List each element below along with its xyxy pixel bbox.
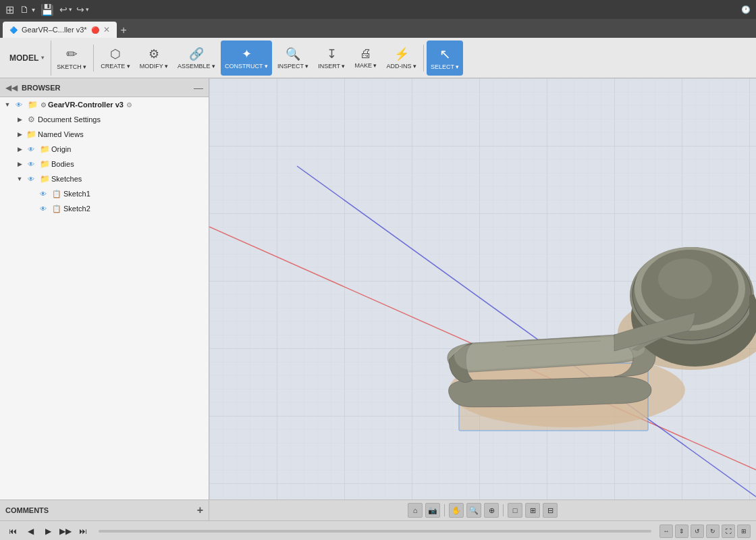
sketch-button[interactable]: ✏ SKETCH ▾ xyxy=(53,40,90,76)
ctrl-sep-1 xyxy=(444,504,445,516)
toolbar-icon-6[interactable]: ⊞ xyxy=(737,524,751,538)
viewport-controls: ⌂ 📷 ✋ 🔍 ⊕ □ ⊞ ⊟ xyxy=(209,500,756,520)
named-views-arrow: ▶ xyxy=(15,131,24,138)
create-label: CREATE ▾ xyxy=(101,63,130,70)
new-tab-button[interactable]: + xyxy=(117,24,131,36)
tree-named-views[interactable]: ▶ 📁 Named Views xyxy=(0,127,209,142)
sketch2-label: Sketch2 xyxy=(63,205,90,213)
create-button[interactable]: ⬡ CREATE ▾ xyxy=(97,40,134,76)
assemble-button[interactable]: 🔗 ASSEMBLE ▾ xyxy=(173,40,219,76)
undo-dropdown[interactable]: ▾ xyxy=(69,6,72,13)
undo-redo-controls: ↩ ▾ ↪ ▾ xyxy=(59,4,89,15)
sketches-arrow: ▼ xyxy=(15,176,24,182)
extra-controls: ↔ ⇕ ↺ ↻ ⛶ ⊞ xyxy=(659,524,751,538)
camera-button[interactable]: 📷 xyxy=(425,503,440,518)
grid-button[interactable]: ⊞ xyxy=(525,503,540,518)
create-icon: ⬡ xyxy=(110,47,121,61)
tree-origin[interactable]: ▶ 👁 📁 Origin xyxy=(0,142,209,157)
zoom-fit-button[interactable]: ⊕ xyxy=(484,503,499,518)
root-arrow: ▼ xyxy=(3,101,12,108)
inspect-button[interactable]: 🔍 INSPECT ▾ xyxy=(273,40,313,76)
anim-skip-back-button[interactable]: ⏮ xyxy=(5,524,20,539)
tree-root[interactable]: ▼ 👁 📁 ⚙ GearVR-Controller v3 ⚙ xyxy=(0,97,209,112)
collapse-icon[interactable]: ◀◀ xyxy=(5,83,18,92)
tree-container: ▼ 👁 📁 ⚙ GearVR-Controller v3 ⚙ ▶ ⚙ Docum… xyxy=(0,97,209,500)
active-tab[interactable]: 🔷 GearVR–C...ller v3* 🔴 ✕ xyxy=(3,22,117,38)
tab-title: GearVR–C...ller v3* xyxy=(22,26,87,34)
toolbar-icon-2[interactable]: ⇕ xyxy=(675,524,688,538)
tree-sketches[interactable]: ▼ 👁 📁 Sketches xyxy=(0,171,209,186)
origin-eye-icon: 👁 xyxy=(26,146,36,153)
viewport[interactable] xyxy=(209,78,756,500)
doc-settings-gear-icon: ⚙ xyxy=(26,115,36,124)
sketch2-eye-icon: 👁 xyxy=(38,205,49,213)
tab-close-button[interactable]: ✕ xyxy=(103,25,110,34)
dropdown-arrow-file[interactable]: ▾ xyxy=(32,6,35,14)
toolbar-icon-5[interactable]: ⛶ xyxy=(722,524,735,538)
addins-button[interactable]: ⚡ ADD-INS ▾ xyxy=(382,40,421,76)
redo-dropdown[interactable]: ▾ xyxy=(86,6,89,13)
sketch2-sketch-icon: 📋 xyxy=(51,205,62,213)
app-grid-icon[interactable]: ⊞ xyxy=(5,3,14,16)
modify-button[interactable]: ⚙ MODIFY ▾ xyxy=(136,40,172,76)
root-eye-icon: 👁 xyxy=(14,101,24,109)
sketch1-eye-icon: 👁 xyxy=(38,190,49,198)
redo-button[interactable]: ↪ xyxy=(76,4,84,15)
anim-step-forward-button[interactable]: ▶▶ xyxy=(58,524,73,539)
sketches-label: Sketches xyxy=(51,175,82,183)
tree-document-settings[interactable]: ▶ ⚙ Document Settings xyxy=(0,112,209,127)
browser-title: BROWSER xyxy=(22,84,190,92)
doc-settings-label: Document Settings xyxy=(38,115,101,124)
comments-add-button[interactable]: + xyxy=(197,504,203,516)
assemble-label: ASSEMBLE ▾ xyxy=(178,63,215,70)
bodies-arrow: ▶ xyxy=(15,161,24,167)
tab-icon: 🔷 xyxy=(9,26,18,34)
toolbar-icon-3[interactable]: ↺ xyxy=(691,524,704,538)
toolbar: MODEL ▾ ✏ SKETCH ▾ ⬡ CREATE ▾ ⚙ MODIFY ▾… xyxy=(0,38,756,78)
toolbar-icon-4[interactable]: ↻ xyxy=(706,524,720,538)
browser-collapse-button[interactable]: — xyxy=(194,82,203,93)
tree-sketch2[interactable]: 👁 📋 Sketch2 xyxy=(0,201,209,216)
make-label: MAKE ▾ xyxy=(354,62,377,69)
tab-unsaved-indicator: 🔴 xyxy=(91,26,99,34)
named-views-folder-icon: 📁 xyxy=(26,130,36,139)
zoom-button[interactable]: 🔍 xyxy=(466,503,481,518)
anim-play-button[interactable]: ▶ xyxy=(40,524,55,539)
bodies-folder-icon: 📁 xyxy=(39,159,50,169)
timeline-bar[interactable] xyxy=(99,530,651,533)
home-view-button[interactable]: ⌂ xyxy=(408,503,423,518)
layout-button[interactable]: ⊟ xyxy=(543,503,558,518)
origin-arrow: ▶ xyxy=(15,146,24,153)
construct-button[interactable]: ✦ CONSTRUCT ▾ xyxy=(221,40,272,76)
model-menu-button[interactable]: MODEL ▾ xyxy=(3,40,51,76)
select-icon: ↖ xyxy=(439,46,451,62)
make-icon: 🖨 xyxy=(360,47,372,61)
main-area: ◀◀ BROWSER — ▼ 👁 📁 ⚙ GearVR-Controller v… xyxy=(0,78,756,500)
make-button[interactable]: 🖨 MAKE ▾ xyxy=(350,40,381,76)
construct-label: CONSTRUCT ▾ xyxy=(225,63,268,70)
toolbar-icon-1[interactable]: ↔ xyxy=(659,524,673,538)
trackpad xyxy=(630,247,756,367)
modify-icon: ⚙ xyxy=(148,47,159,61)
sketches-eye-icon: 👁 xyxy=(26,176,36,183)
animation-toolbar: ⏮ ◀ ▶ ▶▶ ⏭ ↔ ⇕ ↺ ↻ ⛶ ⊞ xyxy=(0,520,756,540)
sketch1-label: Sketch1 xyxy=(63,190,90,198)
file-controls: 🗋 ▾ xyxy=(20,4,35,15)
select-button[interactable]: ↖ SELECT ▾ xyxy=(427,40,463,76)
sidebar: ◀◀ BROWSER — ▼ 👁 📁 ⚙ GearVR-Controller v… xyxy=(0,78,209,500)
anim-skip-forward-button[interactable]: ⏭ xyxy=(76,524,90,539)
root-folder-icon: 📁 xyxy=(27,100,38,109)
pan-button[interactable]: ✋ xyxy=(449,503,464,518)
file-icon[interactable]: 🗋 xyxy=(20,4,29,15)
display-mode-button[interactable]: □ xyxy=(508,503,522,518)
undo-button[interactable]: ↩ xyxy=(59,4,68,15)
3d-model xyxy=(209,78,756,500)
anim-step-back-button[interactable]: ◀ xyxy=(23,524,38,539)
save-button[interactable]: 💾 xyxy=(40,3,54,16)
tree-bodies[interactable]: ▶ 👁 📁 Bodies xyxy=(0,157,209,171)
addins-icon: ⚡ xyxy=(394,47,409,61)
named-views-label: Named Views xyxy=(38,130,84,138)
root-settings-icon: ⚙ xyxy=(40,101,47,109)
insert-button[interactable]: ↧ INSERT ▾ xyxy=(314,40,349,76)
tree-sketch1[interactable]: 👁 📋 Sketch1 xyxy=(0,186,209,201)
